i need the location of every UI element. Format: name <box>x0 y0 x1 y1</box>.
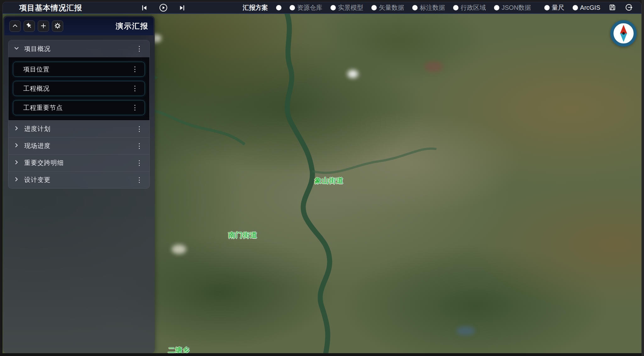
tree-group-label: 重要交跨明细 <box>24 159 64 167</box>
sidebar-header: 演示汇报 <box>4 17 153 35</box>
tree-child-button[interactable]: 工程概况⋮ <box>13 81 145 96</box>
sidebar-title: 演示汇报 <box>116 21 148 31</box>
layer-toggles: 资源仓库实景模型矢量数据标注数据行政区域JSON数据 <box>290 3 531 12</box>
toggle-dot <box>573 5 578 10</box>
tree-group-label: 项目概况 <box>24 45 51 53</box>
compass-center-dot <box>622 32 625 35</box>
map-district-label: 二塘乡 <box>168 346 190 353</box>
top-bar: 项目基本情况汇报 汇报方案 资源仓库实景模型矢量数据标注数据行政区域J <box>3 2 641 14</box>
chevron-down-icon <box>14 46 19 52</box>
tree-group-row[interactable]: 项目概况⋮ <box>8 40 149 57</box>
toggle-layer-3[interactable]: 标注数据 <box>412 3 445 12</box>
topbar-right-group: 量尺ArcGIS <box>544 3 633 13</box>
tree-group-label: 设计变更 <box>24 176 51 184</box>
bottom-frame-strip <box>0 353 644 356</box>
tree-group-label: 进度计划 <box>24 125 51 133</box>
toggle-label: 行政区域 <box>461 3 486 12</box>
chevron-right-icon <box>14 177 19 183</box>
logout-icon <box>625 3 633 13</box>
map-district-label: 象山街道 <box>314 176 343 185</box>
toggle-layer-1[interactable]: 实景模型 <box>330 3 363 12</box>
skip-next-button[interactable] <box>178 4 186 12</box>
compass-widget[interactable] <box>610 20 637 47</box>
toggle-dot <box>330 5 336 10</box>
chevron-right-icon <box>14 160 19 166</box>
gear-icon <box>54 23 61 30</box>
kebab-menu-icon[interactable]: ⋮ <box>130 65 140 73</box>
tree-child-label: 工程概况 <box>23 84 50 93</box>
toggle-label: 量尺 <box>552 3 564 12</box>
toggle-layer-4[interactable]: 行政区域 <box>453 3 486 12</box>
cloud <box>347 70 358 78</box>
tool-toggles: 量尺ArcGIS <box>544 3 600 12</box>
kebab-menu-icon[interactable]: ⋮ <box>135 45 144 53</box>
presentation-tree: 项目概况⋮项目位置⋮工程概况⋮工程重要节点⋮进度计划⋮现场进度⋮重要交跨明细⋮设… <box>8 40 150 189</box>
kebab-menu-icon[interactable]: ⋮ <box>130 104 140 112</box>
chevron-up-icon <box>12 23 18 30</box>
pin-panel-button[interactable] <box>24 20 35 32</box>
toggle-dot <box>371 5 377 10</box>
skip-previous-button[interactable] <box>140 4 148 12</box>
kebab-menu-icon[interactable]: ⋮ <box>135 176 144 184</box>
toggle-tool-0[interactable]: 量尺 <box>544 3 564 12</box>
toggle-tool-1[interactable]: ArcGIS <box>573 4 600 11</box>
toggle-dot <box>290 5 295 10</box>
toggle-label: ArcGIS <box>580 4 600 11</box>
report-plan-toggle[interactable] <box>276 5 281 10</box>
map-district-label: 南门街道 <box>228 230 257 240</box>
right-frame-strip <box>641 0 644 356</box>
plus-icon <box>40 23 47 30</box>
pin-icon <box>26 23 32 30</box>
toggle-label: JSON数据 <box>502 3 531 12</box>
play-icon <box>159 3 168 12</box>
page-title: 项目基本情况汇报 <box>19 3 82 13</box>
tree-child-button[interactable]: 工程重要节点⋮ <box>13 100 145 115</box>
save-icon <box>608 3 616 12</box>
terrain-highlight <box>424 61 443 72</box>
kebab-menu-icon[interactable]: ⋮ <box>135 159 144 167</box>
chevron-right-icon <box>14 126 19 132</box>
tree-group-row[interactable]: 现场进度⋮ <box>8 137 149 154</box>
add-item-button[interactable] <box>38 20 49 32</box>
compass-south-needle <box>620 33 627 42</box>
report-plan-label: 汇报方案 <box>243 3 268 12</box>
toggle-label: 标注数据 <box>420 3 445 12</box>
tree-group-row[interactable]: 重要交跨明细⋮ <box>8 154 149 171</box>
tree-group-body: 项目位置⋮工程概况⋮工程重要节点⋮ <box>8 57 149 120</box>
kebab-menu-icon[interactable]: ⋮ <box>135 125 144 133</box>
terrain-highlight <box>456 326 475 336</box>
app-window: 项目基本情况汇报 汇报方案 资源仓库实景模型矢量数据标注数据行政区域J <box>0 0 644 356</box>
toggle-dot <box>412 5 418 10</box>
logout-button[interactable] <box>625 3 633 13</box>
toggle-layer-2[interactable]: 矢量数据 <box>371 3 404 12</box>
tree-child-label: 项目位置 <box>23 65 50 74</box>
playback-controls <box>140 4 186 12</box>
settings-button[interactable] <box>52 20 63 32</box>
play-button[interactable] <box>159 4 167 12</box>
skip-next-icon <box>178 4 186 12</box>
toggle-dot <box>276 5 281 10</box>
tree-child-button[interactable]: 项目位置⋮ <box>13 62 145 77</box>
toggle-layer-0[interactable]: 资源仓库 <box>290 3 322 12</box>
toggle-label: 矢量数据 <box>379 3 404 12</box>
layer-toggle-bar: 汇报方案 资源仓库实景模型矢量数据标注数据行政区域JSON数据 <box>243 3 531 12</box>
sidebar-panel: 演示汇报 项目概况⋮项目位置⋮工程概况⋮工程重要节点⋮进度计划⋮现场进度⋮重要交… <box>3 16 155 353</box>
tree-group-label: 现场进度 <box>24 142 51 150</box>
chevron-right-icon <box>14 143 19 149</box>
kebab-menu-icon[interactable]: ⋮ <box>135 142 144 150</box>
tree-group-row[interactable]: 进度计划⋮ <box>8 120 149 137</box>
toggle-dot <box>544 5 550 10</box>
save-button[interactable] <box>608 3 616 12</box>
toggle-dot <box>494 5 499 10</box>
toggle-dot <box>453 5 458 10</box>
toggle-layer-5[interactable]: JSON数据 <box>494 3 531 12</box>
kebab-menu-icon[interactable]: ⋮ <box>130 84 140 93</box>
toggle-label: 资源仓库 <box>297 3 322 12</box>
tree-group-row[interactable]: 设计变更⋮ <box>8 171 149 188</box>
skip-previous-icon <box>141 4 148 12</box>
tree-child-label: 工程重要节点 <box>23 104 63 112</box>
toggle-label: 实景模型 <box>338 3 363 12</box>
collapse-panel-button[interactable] <box>9 20 21 32</box>
